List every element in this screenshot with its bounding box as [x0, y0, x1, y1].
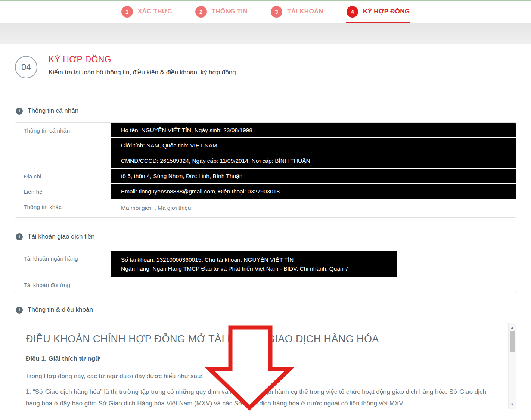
table-row: Thông tin cá nhân Họ tên: NGUYỄN VIẾT TÍ… [15, 123, 516, 138]
info-icon: i [16, 307, 23, 314]
contract-clause-1: 1. “Sở Giao dịch hàng hóa” là thị trường… [26, 386, 490, 409]
section-head-terms: i Thông tin & điều khoản [16, 306, 516, 314]
row-label: Tài khoản đối ứng [15, 277, 111, 292]
row-label: Thông tin cá nhân [15, 123, 111, 138]
row-label: Địa chỉ [15, 169, 111, 184]
table-row-bank: Tài khoản ngân hàng Số tài khoản: 132100… [15, 251, 516, 277]
step-title-block: KÝ HỢP ĐỒNG Kiểm tra lại toàn bộ thông t… [49, 55, 237, 76]
row-value-empty [111, 280, 516, 289]
step-ky-hop-dong[interactable]: 4 KÝ HỢP ĐỒNG [346, 1, 410, 23]
step-4-badge: 4 [347, 6, 358, 18]
step-3-label: TÀI KHOẢN [287, 8, 323, 15]
step-2-label: THÔNG TIN [212, 8, 248, 15]
step-3-badge: 3 [271, 6, 282, 18]
bank-account-line: Số tài khoản: 13210000360015, Chủ tài kh… [121, 255, 397, 264]
row-value-plain: Mã môi giới: , Mã giới thiệu: [111, 199, 516, 217]
section-head-money: i Tài khoản giao dịch tiền [16, 233, 516, 240]
step-xac-thuc[interactable]: 1 XÁC THỰC [121, 1, 173, 23]
table-row: Giới tính: NAM, Quốc tịch: VIỆT NAM [15, 138, 516, 153]
row-label: Liên hệ [15, 184, 111, 199]
table-row: CMND/CCCD: 261509324, Ngày cấp: 11/09/20… [15, 153, 516, 169]
row-label [15, 153, 111, 169]
contract-heading: ĐIỀU KHOẢN CHÍNH HỢP ĐỒNG MỞ TÀI KHOẢN G… [26, 333, 490, 345]
scrollbar[interactable]: ▲ ▼ [508, 323, 516, 409]
section-title-personal: Thông tin cá nhân [28, 107, 78, 115]
row-label [15, 138, 111, 153]
page-subtitle: Kiểm tra lại toàn bộ thông tin, điều kiệ… [49, 69, 237, 76]
table-row: Địa chỉ tổ 5, thôn 4, Sùng Nhơn, Đức Lin… [15, 169, 516, 184]
table-row: Thông tin khác Mã môi giới: , Mã giới th… [15, 199, 516, 217]
gray-band [0, 23, 531, 44]
main-content: i Thông tin cá nhân Thông tin cá nhân Họ… [0, 107, 531, 409]
section-head-personal: i Thông tin cá nhân [16, 107, 516, 115]
step-1-label: XÁC THỰC [138, 8, 172, 15]
table-row-counter-account: Tài khoản đối ứng [15, 277, 516, 292]
row-value-highlighted: Giới tính: NAM, Quốc tịch: VIỆT NAM [111, 138, 516, 153]
step-4-label: KÝ HỢP ĐỒNG [363, 8, 410, 15]
section-title-terms: Thông tin & điều khoản [28, 306, 93, 314]
row-value-highlighted: Email: tinnguyensn8888@gmail.com, Điện t… [111, 184, 516, 199]
row-value-highlighted: tổ 5, thôn 4, Sùng Nhơn, Đức Linh, Bình … [111, 169, 516, 183]
step-thong-tin[interactable]: 2 THÔNG TIN [195, 1, 248, 23]
bank-value-highlighted: Số tài khoản: 13210000360015, Chủ tài kh… [111, 251, 397, 277]
scrollbar-up-icon[interactable]: ▲ [509, 324, 516, 330]
stepper: 1 XÁC THỰC 2 THÔNG TIN 3 TÀI KHOẢN 4 KÝ … [121, 1, 411, 23]
section-title-money: Tài khoản giao dịch tiền [28, 233, 95, 240]
contract-article-title: Điều 1. Giải thích từ ngữ [26, 355, 490, 363]
info-icon: i [16, 233, 23, 240]
scrollbar-thumb[interactable] [510, 331, 515, 352]
row-label: Thông tin khác [15, 199, 111, 217]
bank-name-line: Ngân hàng: Ngân Hàng TMCP Đầu tư và Phát… [121, 264, 397, 273]
row-label: Tài khoản ngân hàng [15, 251, 111, 277]
personal-info-table: Thông tin cá nhân Họ tên: NGUYỄN VIẾT TÍ… [15, 122, 516, 218]
stepper-header: 1 XÁC THỰC 2 THÔNG TIN 3 TÀI KHOẢN 4 KÝ … [0, 1, 531, 23]
step-title-card: 04 KÝ HỢP ĐỒNG Kiểm tra lại toàn bộ thôn… [0, 44, 531, 90]
step-1-badge: 1 [121, 6, 133, 18]
table-row: Liên hệ Email: tinnguyensn8888@gmail.com… [15, 184, 516, 199]
row-value: Số tài khoản: 13210000360015, Chủ tài kh… [111, 251, 516, 277]
contract-intro: Trong Hợp đồng này, các từ ngữ dưới đây … [26, 373, 490, 380]
row-value-highlighted: CMND/CCCD: 261509324, Ngày cấp: 11/09/20… [111, 153, 516, 168]
contract-terms-box[interactable]: ĐIỀU KHOẢN CHÍNH HỢP ĐỒNG MỞ TÀI KHOẢN G… [15, 323, 516, 409]
money-account-table: Tài khoản ngân hàng Số tài khoản: 132100… [15, 251, 516, 292]
info-icon: i [16, 108, 23, 115]
step-tai-khoan[interactable]: 3 TÀI KHOẢN [270, 1, 324, 23]
step-number-circle: 04 [15, 56, 37, 78]
page-title: KÝ HỢP ĐỒNG [49, 55, 237, 65]
scrollbar-down-icon[interactable]: ▼ [509, 401, 516, 407]
row-value-highlighted: Họ tên: NGUYỄN VIẾT TÍN, Ngày sinh: 23/0… [111, 123, 516, 137]
step-2-badge: 2 [195, 6, 207, 18]
